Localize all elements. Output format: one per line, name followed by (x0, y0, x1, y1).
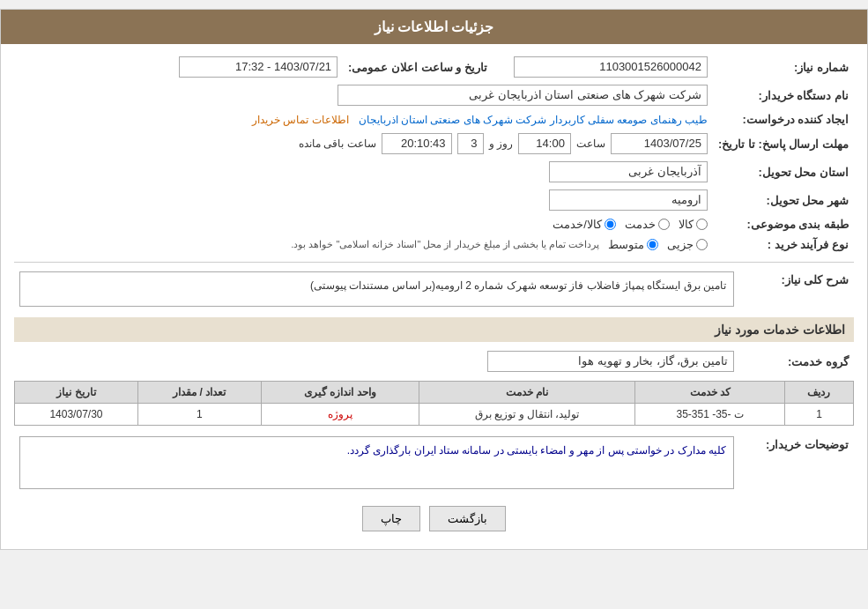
group-khedmat-value: تامین برق، گاز، بخار و تهویه هوا (487, 351, 734, 372)
ostan-label: استان محل تحویل: (713, 158, 854, 186)
ijadKonande-label: ایجاد کننده درخواست: (713, 109, 854, 130)
shahr-label: شهر محل تحویل: (713, 186, 854, 214)
back-button[interactable]: بازگشت (429, 506, 506, 531)
mohlat-rooz: 3 (457, 133, 484, 154)
services-table: ردیف کد خدمت نام خدمت واحد اندازه گیری ت… (14, 381, 854, 426)
radio-khedmat[interactable]: خدمت (625, 218, 670, 231)
print-button[interactable]: چاپ (362, 506, 420, 531)
radio-jozyi[interactable]: جزیی (667, 238, 708, 251)
services-section-title: اطلاعات خدمات مورد نیاز (14, 317, 854, 342)
ostan-value: آذربایجان غربی (549, 161, 708, 182)
mohlat-baghimande: 20:10:43 (382, 133, 452, 154)
col-tedad: تعداد / مقدار (137, 382, 261, 404)
buttons-row: بازگشت چاپ (14, 506, 854, 531)
table-row: 1ت -35- 351-35تولید، انتقال و توزیع برقپ… (15, 404, 854, 426)
tamas-khardar-link[interactable]: اطلاعات تماس خریدار (252, 114, 349, 126)
mohlat-saat: 14:00 (518, 133, 571, 154)
mohlat-date: 1403/07/25 (611, 133, 708, 154)
saat-label: ساعت (576, 137, 605, 150)
sharh-label: شرح کلی نیاز: (739, 268, 854, 310)
col-vahed: واحد اندازه گیری (261, 382, 419, 404)
baghimande-label: ساعت باقی مانده (299, 137, 376, 150)
radio-motavasset[interactable]: متوسط (608, 238, 658, 251)
group-khedmat-label: گروه خدمت: (739, 347, 854, 375)
noefarayand-label: نوع فرآیند خرید : (713, 234, 854, 255)
col-kod: کد خدمت (635, 382, 785, 404)
page-header: جزئیات اطلاعات نیاز (1, 10, 867, 44)
col-radif: ردیف (784, 382, 853, 404)
shomareNiaz-label: شماره نیاز: (713, 53, 854, 81)
mohlat-label: مهلت ارسال پاسخ: تا تاریخ: (713, 130, 854, 158)
page-title: جزئیات اطلاعات نیاز (375, 19, 494, 34)
radio-kala-khedmat[interactable]: کالا/خدمت (553, 218, 616, 231)
tabaghe-label: طبقه بندی موضوعی: (713, 214, 854, 234)
col-tarikh: تاریخ نیاز (15, 382, 138, 404)
tabaghe-options: کالا خدمت کالا/خدمت (19, 218, 708, 231)
shahr-value: ارومیه (549, 189, 708, 211)
tarikh-elan-label: تاریخ و ساعت اعلان عمومی: (343, 53, 493, 81)
notes-value: کلیه مدارک در خواستی پس از مهر و امضاء ب… (19, 436, 734, 489)
farayand-description: پرداخت تمام یا بخشی از مبلغ خریدار از مح… (291, 239, 599, 250)
farayand-options: جزیی متوسط (608, 238, 708, 251)
namDastgah-value: شرکت شهرک های صنعتی استان اذربایجان غربی (338, 85, 708, 106)
col-nam: نام خدمت (419, 382, 635, 404)
shomareNiaz-value: 1103001526000042 (514, 56, 708, 78)
sharh-value: تامین برق ایستگاه پمپاژ فاضلاب فاز توسعه… (19, 271, 734, 307)
notes-label: توضیحات خریدار: (739, 433, 854, 493)
radio-kala[interactable]: کالا (679, 218, 708, 231)
rooz-label: روز و (489, 137, 513, 150)
tarikh-elan-value: 1403/07/21 - 17:32 (179, 56, 338, 78)
rahnama-link[interactable]: طیب رهنمای صومعه سفلی کاربردار شرکت شهرک… (359, 114, 708, 126)
namDastgah-label: نام دستگاه خریدار: (713, 81, 854, 109)
